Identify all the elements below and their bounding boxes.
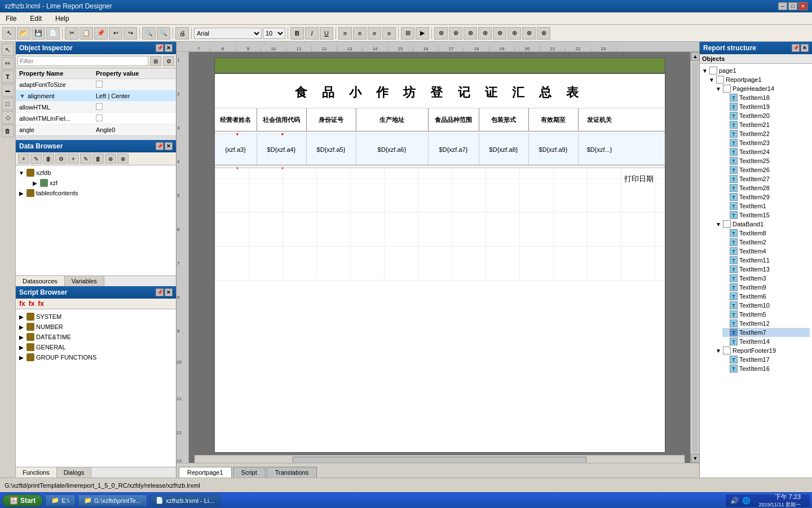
lt-lines[interactable]: ≡≡ [2,57,14,69]
checkbox-allowhtmlinfield[interactable] [96,115,103,121]
struct-page1[interactable]: ▼ page1 [702,66,810,75]
lt-delete[interactable]: 🗑 [2,125,14,137]
tb-new[interactable]: 📄 [46,27,60,40]
minimize-button[interactable]: ─ [778,2,787,10]
tab-variables[interactable]: Variables [65,276,104,286]
tb-cut[interactable]: ✂ [65,27,78,40]
struct-ti10[interactable]: TTextItem10 [722,301,810,310]
tree-xzf[interactable]: ▶ xzf [32,178,174,188]
tb-save[interactable]: 💾 [32,27,45,40]
lt-rect[interactable]: □ [2,98,14,110]
vscroll-down-btn[interactable]: ▼ [691,454,699,463]
checkbox-adaptfont[interactable] [96,81,103,87]
tb-zoom-in[interactable]: 🔍 [142,27,156,40]
lt-text[interactable]: T [2,71,14,83]
taskbar-explorer[interactable]: 📁 E:\ [45,494,75,507]
filter-input[interactable] [17,56,148,66]
tb-redo[interactable]: ↪ [123,27,137,40]
vscroll-thumb[interactable] [692,62,698,453]
align-left-button[interactable]: ≡ [338,27,352,40]
tb-copy[interactable]: 📋 [80,27,93,40]
tab-dialogs[interactable]: Dialogs [57,467,92,478]
tb-misc3[interactable]: ⊕ [464,27,477,40]
struct-ti24[interactable]: TTextItem24 [722,147,810,156]
hscroll-thumb[interactable] [293,457,586,463]
struct-ti13[interactable]: TTextItem13 [722,265,810,274]
tree-system[interactable]: ▶ SYSTEM [18,312,174,322]
struct-ti11[interactable]: TTextItem11 [722,256,810,265]
panel-pin-btn[interactable]: 📌 [156,44,164,52]
struct-ti7-selected[interactable]: TTextItem7 [722,328,810,337]
tree-general[interactable]: ▶ GENERAL [18,342,174,352]
struct-databand1[interactable]: ▼ DataBand1 [716,220,810,229]
lt-select[interactable]: ↖ [2,43,14,56]
script-icon-fx3[interactable]: fx [37,300,45,308]
underline-button[interactable]: U [320,27,333,40]
tab-translations[interactable]: Translations [267,467,317,478]
tb-misc4[interactable]: ⊕ [478,27,492,40]
struct-ti22[interactable]: TTextItem22 [722,129,810,138]
vscroll-up-btn[interactable]: ▲ [691,52,699,61]
data-browser-pin-btn[interactable]: 📌 [156,142,164,150]
font-size-select[interactable]: 10 [263,28,285,39]
maximize-button[interactable]: □ [788,2,797,10]
tree-datetime[interactable]: ▶ DATE&TIME [18,332,174,342]
menu-edit[interactable]: Edit [27,14,45,24]
canvas-content[interactable]: 食 品 小 作 坊 登 记 证 汇 总 表 经营者姓名 社会信用代码 身份证号 … [189,52,690,463]
tb-misc6[interactable]: ⊕ [508,27,521,40]
prop-row-alignment[interactable]: ▼alignment Left | Center [16,90,176,102]
db-delete-btn[interactable]: 🗑 [43,154,54,164]
tab-datasources[interactable]: Datasources [16,276,65,286]
struct-reportpage1[interactable]: ▼ Reportpage1 [709,75,810,84]
struct-ti17[interactable]: TTextItem17 [722,355,810,364]
prop-row-angle[interactable]: angle Angle0 [16,124,176,135]
struct-ti16[interactable]: TTextItem16 [722,364,810,373]
prop-row-allowhtmlinfield[interactable]: allowHTMLInFiel... [16,113,176,124]
script-icon-fx2[interactable]: fx [28,300,36,308]
tab-reportpage1[interactable]: Reportpage1 [179,467,232,478]
struct-ti9[interactable]: TTextItem9 [722,283,810,292]
struct-ti27[interactable]: TTextItem27 [722,174,810,183]
tb-open[interactable]: 📂 [17,27,30,40]
db-misc2-btn[interactable]: ⊕ [117,154,129,164]
rs-close-btn[interactable]: ✕ [801,44,809,52]
tb-misc5[interactable]: ⊕ [493,27,506,40]
struct-ti1[interactable]: TTextItem1 [722,202,810,211]
script-icon-fx1[interactable]: fx [18,300,27,308]
struct-pageheader14[interactable]: ▼ PageHeader14 [716,84,810,93]
tb-misc1[interactable]: ⊕ [434,27,448,40]
tb-misc2[interactable]: ⊕ [449,27,462,40]
tree-group-functions[interactable]: ▶ GROUP FUNCTIONS [18,352,174,362]
tb-misc8[interactable]: ⊕ [537,27,550,40]
align-justify-button[interactable]: ≡ [382,27,396,40]
data-browser-close-btn[interactable]: ✕ [165,142,173,150]
filter-grid-btn[interactable]: ⊞ [150,56,161,66]
menu-file[interactable]: File [2,14,20,24]
struct-reportfooter19[interactable]: ▼ ReportFooter19 [716,346,810,355]
panel-close-btn[interactable]: ✕ [165,44,173,52]
canvas-hscroll[interactable] [195,455,685,463]
lt-geo[interactable]: ◇ [2,111,14,124]
struct-ti6[interactable]: TTextItem6 [722,292,810,301]
align-right-button[interactable]: ≡ [368,27,381,40]
taskbar-lime-designer[interactable]: 📄 xzfhzb.lrxml - Li... [149,494,220,507]
tb-undo[interactable]: ↩ [109,27,122,40]
tab-script[interactable]: Script [233,467,266,478]
tb-cursor[interactable]: ↖ [2,27,16,40]
align-center-button[interactable]: ≡ [353,27,367,40]
struct-ti26[interactable]: TTextItem26 [722,165,810,174]
tab-functions[interactable]: Functions [16,467,57,478]
start-button[interactable]: 🪟 Start [2,494,43,507]
tb-print[interactable]: 🖨 [175,27,189,40]
rs-pin-btn[interactable]: 📌 [792,44,800,52]
tb-table[interactable]: ⊞ [401,27,414,40]
db-add-var-btn[interactable]: + [68,154,79,164]
script-browser-pin-btn[interactable]: 📌 [156,288,164,296]
italic-button[interactable]: I [305,27,319,40]
struct-ti2[interactable]: TTextItem2 [722,238,810,247]
db-add-ds-btn[interactable]: + [18,154,29,164]
struct-ti23[interactable]: TTextItem23 [722,138,810,147]
struct-ti18[interactable]: TTextItem18 [722,93,810,102]
db-misc1-btn[interactable]: ⊕ [105,154,116,164]
struct-ti15[interactable]: TTextItem15 [722,211,810,220]
